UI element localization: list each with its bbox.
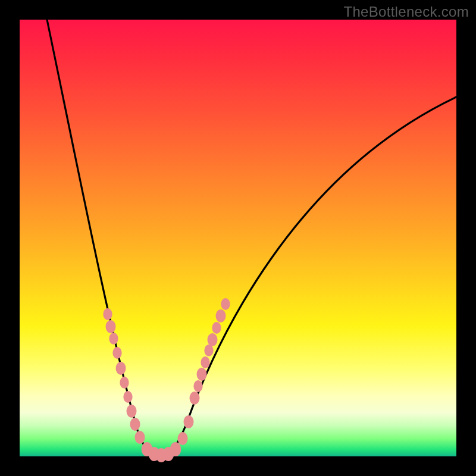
marker-dot bbox=[197, 368, 207, 381]
plot-area bbox=[20, 20, 456, 456]
marker-dot bbox=[178, 432, 188, 445]
marker-dot bbox=[201, 356, 209, 368]
marker-dot bbox=[109, 333, 118, 345]
curve-layer bbox=[20, 20, 456, 456]
marker-dot bbox=[184, 415, 194, 428]
marker-dot bbox=[212, 322, 221, 334]
marker-dot bbox=[170, 442, 181, 456]
marker-dot bbox=[112, 347, 121, 359]
marker-dot bbox=[123, 391, 132, 403]
marker-dot bbox=[106, 320, 116, 333]
marker-group-right bbox=[190, 298, 230, 405]
marker-group-bottom bbox=[142, 415, 194, 462]
marker-dot bbox=[135, 431, 145, 444]
marker-dot bbox=[116, 362, 126, 375]
marker-dot bbox=[120, 377, 129, 389]
chart-frame: TheBottleneck.com bbox=[0, 0, 476, 476]
marker-dot bbox=[127, 405, 137, 418]
marker-dot bbox=[190, 392, 200, 405]
marker-dot bbox=[221, 298, 230, 310]
marker-dot bbox=[103, 308, 112, 320]
marker-dot bbox=[130, 418, 140, 431]
marker-dot bbox=[216, 309, 226, 322]
marker-dot bbox=[204, 345, 213, 356]
marker-dot bbox=[193, 380, 202, 392]
bottleneck-curve bbox=[47, 20, 456, 456]
watermark-text: TheBottleneck.com bbox=[343, 4, 469, 20]
marker-dot bbox=[208, 333, 218, 346]
